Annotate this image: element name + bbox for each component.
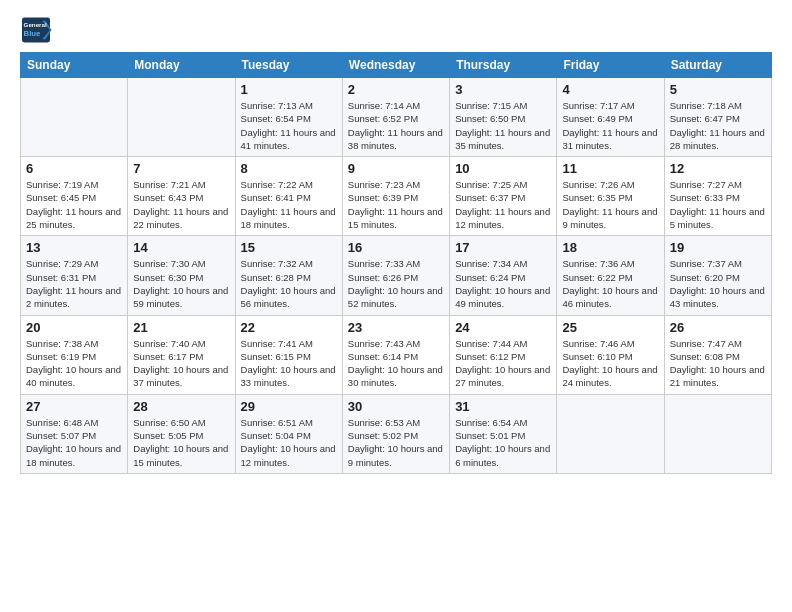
day-cell: 9Sunrise: 7:23 AM Sunset: 6:39 PM Daylig… [342, 157, 449, 236]
day-cell: 13Sunrise: 7:29 AM Sunset: 6:31 PM Dayli… [21, 236, 128, 315]
day-detail: Sunrise: 6:53 AM Sunset: 5:02 PM Dayligh… [348, 416, 444, 469]
day-number: 8 [241, 161, 337, 176]
day-number: 3 [455, 82, 551, 97]
svg-text:General: General [24, 21, 47, 28]
day-detail: Sunrise: 6:54 AM Sunset: 5:01 PM Dayligh… [455, 416, 551, 469]
day-number: 22 [241, 320, 337, 335]
day-cell: 23Sunrise: 7:43 AM Sunset: 6:14 PM Dayli… [342, 315, 449, 394]
day-cell [128, 78, 235, 157]
day-detail: Sunrise: 7:17 AM Sunset: 6:49 PM Dayligh… [562, 99, 658, 152]
week-row-1: 1Sunrise: 7:13 AM Sunset: 6:54 PM Daylig… [21, 78, 772, 157]
day-detail: Sunrise: 7:15 AM Sunset: 6:50 PM Dayligh… [455, 99, 551, 152]
day-number: 11 [562, 161, 658, 176]
day-number: 20 [26, 320, 122, 335]
day-detail: Sunrise: 7:18 AM Sunset: 6:47 PM Dayligh… [670, 99, 766, 152]
day-detail: Sunrise: 6:50 AM Sunset: 5:05 PM Dayligh… [133, 416, 229, 469]
day-number: 15 [241, 240, 337, 255]
day-number: 27 [26, 399, 122, 414]
day-cell: 20Sunrise: 7:38 AM Sunset: 6:19 PM Dayli… [21, 315, 128, 394]
day-detail: Sunrise: 7:13 AM Sunset: 6:54 PM Dayligh… [241, 99, 337, 152]
weekday-header-row: SundayMondayTuesdayWednesdayThursdayFrid… [21, 53, 772, 78]
day-cell: 5Sunrise: 7:18 AM Sunset: 6:47 PM Daylig… [664, 78, 771, 157]
day-detail: Sunrise: 7:27 AM Sunset: 6:33 PM Dayligh… [670, 178, 766, 231]
week-row-4: 20Sunrise: 7:38 AM Sunset: 6:19 PM Dayli… [21, 315, 772, 394]
day-detail: Sunrise: 7:41 AM Sunset: 6:15 PM Dayligh… [241, 337, 337, 390]
day-cell: 18Sunrise: 7:36 AM Sunset: 6:22 PM Dayli… [557, 236, 664, 315]
week-row-3: 13Sunrise: 7:29 AM Sunset: 6:31 PM Dayli… [21, 236, 772, 315]
day-cell: 14Sunrise: 7:30 AM Sunset: 6:30 PM Dayli… [128, 236, 235, 315]
logo: General Blue [20, 16, 52, 44]
day-detail: Sunrise: 7:38 AM Sunset: 6:19 PM Dayligh… [26, 337, 122, 390]
day-number: 26 [670, 320, 766, 335]
day-cell: 3Sunrise: 7:15 AM Sunset: 6:50 PM Daylig… [450, 78, 557, 157]
day-detail: Sunrise: 7:23 AM Sunset: 6:39 PM Dayligh… [348, 178, 444, 231]
day-cell: 6Sunrise: 7:19 AM Sunset: 6:45 PM Daylig… [21, 157, 128, 236]
day-number: 6 [26, 161, 122, 176]
day-detail: Sunrise: 7:40 AM Sunset: 6:17 PM Dayligh… [133, 337, 229, 390]
day-number: 23 [348, 320, 444, 335]
day-number: 28 [133, 399, 229, 414]
day-detail: Sunrise: 7:43 AM Sunset: 6:14 PM Dayligh… [348, 337, 444, 390]
day-number: 9 [348, 161, 444, 176]
day-cell: 12Sunrise: 7:27 AM Sunset: 6:33 PM Dayli… [664, 157, 771, 236]
day-number: 17 [455, 240, 551, 255]
day-detail: Sunrise: 7:14 AM Sunset: 6:52 PM Dayligh… [348, 99, 444, 152]
day-detail: Sunrise: 7:46 AM Sunset: 6:10 PM Dayligh… [562, 337, 658, 390]
header: General Blue [20, 16, 772, 44]
weekday-header-monday: Monday [128, 53, 235, 78]
day-number: 5 [670, 82, 766, 97]
day-cell [557, 394, 664, 473]
day-detail: Sunrise: 6:51 AM Sunset: 5:04 PM Dayligh… [241, 416, 337, 469]
week-row-5: 27Sunrise: 6:48 AM Sunset: 5:07 PM Dayli… [21, 394, 772, 473]
day-cell: 21Sunrise: 7:40 AM Sunset: 6:17 PM Dayli… [128, 315, 235, 394]
day-detail: Sunrise: 7:30 AM Sunset: 6:30 PM Dayligh… [133, 257, 229, 310]
day-cell: 2Sunrise: 7:14 AM Sunset: 6:52 PM Daylig… [342, 78, 449, 157]
day-detail: Sunrise: 7:36 AM Sunset: 6:22 PM Dayligh… [562, 257, 658, 310]
weekday-header-wednesday: Wednesday [342, 53, 449, 78]
day-number: 1 [241, 82, 337, 97]
day-number: 2 [348, 82, 444, 97]
day-number: 24 [455, 320, 551, 335]
day-detail: Sunrise: 7:44 AM Sunset: 6:12 PM Dayligh… [455, 337, 551, 390]
page: General Blue SundayMondayTuesdayWednesda… [0, 0, 792, 612]
day-detail: Sunrise: 7:37 AM Sunset: 6:20 PM Dayligh… [670, 257, 766, 310]
weekday-header-sunday: Sunday [21, 53, 128, 78]
weekday-header-thursday: Thursday [450, 53, 557, 78]
day-cell [664, 394, 771, 473]
day-cell: 28Sunrise: 6:50 AM Sunset: 5:05 PM Dayli… [128, 394, 235, 473]
day-cell: 4Sunrise: 7:17 AM Sunset: 6:49 PM Daylig… [557, 78, 664, 157]
day-cell: 31Sunrise: 6:54 AM Sunset: 5:01 PM Dayli… [450, 394, 557, 473]
day-number: 16 [348, 240, 444, 255]
calendar-table: SundayMondayTuesdayWednesdayThursdayFrid… [20, 52, 772, 474]
day-detail: Sunrise: 7:33 AM Sunset: 6:26 PM Dayligh… [348, 257, 444, 310]
day-detail: Sunrise: 7:25 AM Sunset: 6:37 PM Dayligh… [455, 178, 551, 231]
day-cell: 11Sunrise: 7:26 AM Sunset: 6:35 PM Dayli… [557, 157, 664, 236]
day-detail: Sunrise: 7:32 AM Sunset: 6:28 PM Dayligh… [241, 257, 337, 310]
day-cell: 22Sunrise: 7:41 AM Sunset: 6:15 PM Dayli… [235, 315, 342, 394]
day-number: 21 [133, 320, 229, 335]
day-cell: 16Sunrise: 7:33 AM Sunset: 6:26 PM Dayli… [342, 236, 449, 315]
day-detail: Sunrise: 7:22 AM Sunset: 6:41 PM Dayligh… [241, 178, 337, 231]
day-number: 25 [562, 320, 658, 335]
day-number: 30 [348, 399, 444, 414]
day-cell: 26Sunrise: 7:47 AM Sunset: 6:08 PM Dayli… [664, 315, 771, 394]
day-cell: 15Sunrise: 7:32 AM Sunset: 6:28 PM Dayli… [235, 236, 342, 315]
day-detail: Sunrise: 7:34 AM Sunset: 6:24 PM Dayligh… [455, 257, 551, 310]
day-number: 13 [26, 240, 122, 255]
day-cell: 1Sunrise: 7:13 AM Sunset: 6:54 PM Daylig… [235, 78, 342, 157]
day-number: 14 [133, 240, 229, 255]
svg-text:Blue: Blue [24, 29, 42, 38]
day-number: 10 [455, 161, 551, 176]
day-detail: Sunrise: 7:26 AM Sunset: 6:35 PM Dayligh… [562, 178, 658, 231]
day-cell: 24Sunrise: 7:44 AM Sunset: 6:12 PM Dayli… [450, 315, 557, 394]
weekday-header-saturday: Saturday [664, 53, 771, 78]
day-cell [21, 78, 128, 157]
day-cell: 29Sunrise: 6:51 AM Sunset: 5:04 PM Dayli… [235, 394, 342, 473]
day-cell: 10Sunrise: 7:25 AM Sunset: 6:37 PM Dayli… [450, 157, 557, 236]
day-detail: Sunrise: 7:29 AM Sunset: 6:31 PM Dayligh… [26, 257, 122, 310]
day-number: 7 [133, 161, 229, 176]
day-number: 4 [562, 82, 658, 97]
day-cell: 7Sunrise: 7:21 AM Sunset: 6:43 PM Daylig… [128, 157, 235, 236]
day-cell: 27Sunrise: 6:48 AM Sunset: 5:07 PM Dayli… [21, 394, 128, 473]
day-cell: 19Sunrise: 7:37 AM Sunset: 6:20 PM Dayli… [664, 236, 771, 315]
